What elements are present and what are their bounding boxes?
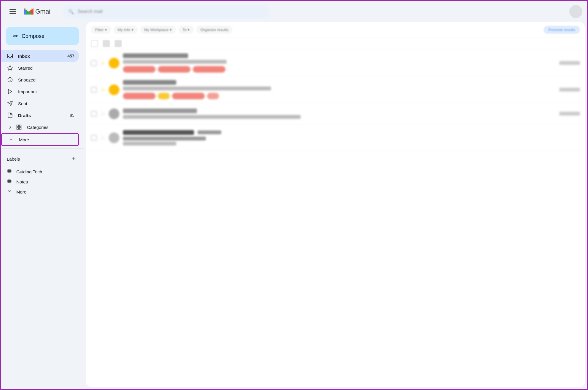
filter-chip-4[interactable]: To ▾ [178, 26, 194, 34]
logo-area: Gmail [23, 7, 52, 16]
filter-label-3: My Workplace [144, 28, 169, 32]
email-checkbox[interactable] [91, 87, 97, 93]
starred-label: Starred [18, 65, 74, 71]
label-item-more[interactable]: More [1, 187, 79, 197]
chevron-down-small-icon [7, 188, 12, 195]
inbox-icon [7, 53, 13, 59]
important-label: Important [18, 89, 74, 94]
select-all-checkbox[interactable] [91, 40, 98, 47]
email-list: ☆ [86, 50, 585, 387]
email-subject-blurred [123, 115, 301, 119]
filter-icon[interactable] [115, 40, 122, 47]
label-item-notes[interactable]: Notes [1, 177, 79, 187]
email-checkbox[interactable] [91, 135, 97, 141]
filter-chip-5[interactable]: Organize results [196, 26, 233, 34]
email-star[interactable]: ☆ [100, 60, 105, 66]
selection-bar [86, 38, 585, 50]
email-chip-red2 [158, 66, 190, 73]
email-star-empty[interactable]: ☆ [100, 111, 105, 117]
hamburger-button[interactable] [6, 4, 20, 19]
svg-rect-6 [17, 125, 19, 127]
search-text: Search mail [78, 9, 102, 14]
email-star[interactable]: ☆ [100, 87, 105, 93]
app-title: Gmail [35, 8, 52, 15]
user-avatar[interactable] [569, 5, 582, 18]
filter-chip-2[interactable]: My Info ▾ [113, 26, 138, 34]
sidebar-item-sent[interactable]: Sent [1, 98, 79, 109]
sent-icon [7, 100, 13, 107]
email-avatar [109, 84, 119, 95]
sidebar-item-inbox[interactable]: Inbox 457 [1, 50, 79, 62]
inbox-label: Inbox [18, 54, 63, 59]
filter-chip-1[interactable]: Filter ▾ [91, 26, 111, 34]
email-row[interactable]: ☆ [86, 76, 585, 103]
email-chip-yellow [158, 93, 170, 99]
svg-rect-7 [20, 125, 21, 127]
svg-rect-8 [20, 128, 21, 130]
add-label-button[interactable]: + [68, 154, 79, 164]
email-row[interactable]: ☆ [86, 124, 585, 151]
email-time-blurred [559, 112, 580, 116]
labels-header: Labels + [1, 151, 84, 167]
email-subject-blurred [123, 60, 227, 64]
inbox-count: 457 [68, 54, 74, 58]
email-content [123, 130, 580, 146]
email-checkbox[interactable] [91, 111, 97, 117]
sidebar-item-categories[interactable]: Categories [1, 121, 79, 133]
star-icon [7, 65, 13, 71]
label-icon [7, 168, 12, 175]
labels-title: Labels [7, 156, 66, 162]
plus-icon: + [72, 155, 76, 163]
snoozed-label: Snoozed [18, 77, 74, 82]
filter-label-5: Organize results [200, 28, 228, 32]
filter-chevron-4: ▾ [188, 28, 190, 32]
sidebar-item-important[interactable]: Important [1, 86, 79, 98]
email-content [123, 108, 556, 119]
email-subject-blurred [123, 137, 206, 140]
more-nav-label: More [19, 137, 73, 142]
promote-label: Promote results [548, 28, 575, 32]
gmail-logo-icon [23, 7, 34, 16]
sidebar-item-snoozed[interactable]: Snoozed [1, 74, 79, 86]
compose-button[interactable]: ✏ Compose [6, 27, 79, 45]
email-row[interactable]: ☆ [86, 50, 585, 76]
filter-chip-3[interactable]: My Workplace ▾ [140, 26, 176, 34]
snoozed-icon [7, 76, 13, 83]
content-toolbar: Filter ▾ My Info ▾ My Workplace ▾ To ▾ O… [86, 22, 585, 38]
email-avatar [109, 132, 119, 143]
email-avatar [109, 58, 119, 68]
email-chip-red3 [193, 66, 225, 73]
sent-label: Sent [18, 101, 74, 106]
filter-label-4: To [182, 28, 187, 32]
label-item-guiding-tech[interactable]: Guiding Tech [1, 167, 79, 177]
svg-marker-1 [8, 65, 13, 70]
email-body-blurred [123, 142, 176, 146]
sidebar-item-more[interactable]: More [1, 133, 79, 146]
search-bar[interactable]: 🔍 Search mail [62, 4, 270, 19]
search-icon: 🔍 [68, 9, 74, 15]
email-avatar [109, 108, 119, 119]
compose-label: Compose [22, 33, 44, 39]
email-star-empty[interactable]: ☆ [100, 135, 105, 141]
sidebar-item-drafts[interactable]: Drafts 85 [1, 109, 79, 121]
promote-results-button[interactable]: Promote results [544, 26, 580, 34]
categories-icon [16, 124, 22, 130]
hamburger-line [9, 13, 16, 14]
email-time-blurred [559, 61, 580, 65]
sidebar-item-starred[interactable]: Starred [1, 62, 79, 74]
email-date-blurred [198, 130, 221, 134]
email-chip-red [123, 93, 156, 99]
drafts-icon [7, 112, 13, 119]
email-sender-row [123, 130, 580, 135]
email-row[interactable]: ☆ [86, 103, 585, 124]
app-container: Gmail 🔍 Search mail ✏ Compose [1, 1, 587, 389]
filter-chevron-2: ▾ [132, 28, 134, 32]
email-chip-red2 [172, 93, 205, 99]
email-sender-blurred [123, 53, 188, 58]
email-chip-red1 [123, 66, 156, 73]
sort-icon[interactable] [103, 40, 110, 47]
email-checkbox[interactable] [91, 60, 97, 66]
email-time-blurred [559, 88, 580, 92]
email-meta [559, 88, 580, 92]
guiding-tech-label: Guiding Tech [16, 169, 42, 174]
